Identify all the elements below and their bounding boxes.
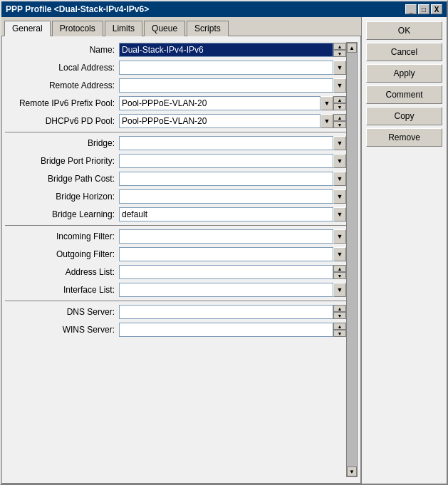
bridge-dropdown[interactable]: ▼ [333,136,346,150]
divider-3 [5,301,346,301]
bridge-path-cost-label: Bridge Path Cost: [5,174,119,184]
divider-1 [5,132,346,132]
wins-server-scroll-btns: ▲ ▼ [333,323,346,337]
scroll-down-button[interactable]: ▼ [347,466,357,476]
bridge-port-priority-input-group: ▼ [119,154,346,168]
ok-button[interactable]: OK [366,21,442,40]
remote-address-label: Remote Address: [5,80,119,90]
remote-address-input[interactable] [119,78,333,93]
outgoing-filter-label: Outgoing Filter: [5,249,119,259]
dhcpv6-scroll-down[interactable]: ▼ [333,121,346,128]
interface-list-input[interactable] [119,283,333,297]
remote-ipv6-input[interactable] [119,96,321,110]
bridge-learning-dropdown[interactable]: ▼ [333,207,346,221]
dhcpv6-scroll-btns: ▲ ▼ [333,114,346,128]
bridge-horizon-dropdown[interactable]: ▼ [333,189,346,204]
dns-server-input-group: ▲ ▼ [119,305,346,319]
remote-ipv6-scroll-down[interactable]: ▼ [333,103,346,110]
local-address-label: Local Address: [5,63,119,73]
bridge-port-priority-input[interactable] [119,154,333,168]
content-area: General Protocols Limits Queue Scripts [1,17,447,484]
dhcpv6-row: DHCPv6 PD Pool: ▼ ▲ ▼ [5,113,346,129]
address-list-row: Address List: ▲ ▼ [5,264,346,280]
tab-queue[interactable]: Queue [144,21,185,36]
tab-limits[interactable]: Limits [105,21,142,36]
dns-server-row: DNS Server: ▲ ▼ [5,304,346,320]
name-input[interactable] [119,43,333,57]
address-list-input[interactable] [119,265,333,279]
right-panel: OK Cancel Apply Comment Copy Remove [361,17,447,484]
comment-button[interactable]: Comment [366,85,442,104]
scroll-up-button[interactable]: ▲ [347,43,357,53]
wins-server-input-group: ▲ ▼ [119,323,346,337]
bridge-port-priority-dropdown[interactable]: ▼ [333,154,346,168]
interface-list-dropdown[interactable]: ▼ [333,283,346,297]
cancel-button[interactable]: Cancel [366,43,442,61]
remote-ipv6-label: Remote IPv6 Prefix Pool: [5,98,119,108]
dhcpv6-input[interactable] [119,114,321,128]
form-scroll-wrapper: Name: ▲ ▼ Local Address: [5,42,358,477]
bridge-learning-input[interactable] [119,207,333,221]
apply-button[interactable]: Apply [366,64,442,83]
address-list-scroll-down[interactable]: ▼ [333,272,346,279]
wins-server-scroll-up[interactable]: ▲ [333,323,346,330]
wins-server-input[interactable] [119,323,333,337]
dns-server-scroll-down[interactable]: ▼ [333,312,346,319]
minimize-button[interactable]: _ [405,4,417,14]
outgoing-filter-input[interactable] [119,247,333,261]
interface-list-label: Interface List: [5,285,119,295]
scroll-track[interactable] [347,53,357,466]
dhcpv6-scroll-up[interactable]: ▲ [333,114,346,121]
name-scroll-down[interactable]: ▼ [333,50,346,57]
remote-address-dropdown[interactable]: ▼ [333,78,346,93]
dhcpv6-input-group: ▼ ▲ ▼ [119,114,346,128]
incoming-filter-row: Incoming Filter: ▼ [5,229,346,244]
address-list-input-group: ▲ ▼ [119,265,346,279]
dns-server-scroll-up[interactable]: ▲ [333,305,346,312]
name-input-group: ▲ ▼ [119,43,346,57]
bridge-path-cost-input[interactable] [119,172,333,186]
main-panel: General Protocols Limits Queue Scripts [1,17,361,484]
form-fields: Name: ▲ ▼ Local Address: [5,42,346,477]
tab-protocols[interactable]: Protocols [52,21,103,36]
outgoing-filter-row: Outgoing Filter: ▼ [5,246,346,262]
maximize-button[interactable]: □ [418,4,429,14]
bridge-horizon-label: Bridge Horizon: [5,192,119,202]
remote-ipv6-scroll-up[interactable]: ▲ [333,96,346,103]
name-scroll-up[interactable]: ▲ [333,43,346,50]
copy-button[interactable]: Copy [366,107,442,125]
wins-server-label: WINS Server: [5,325,119,335]
local-address-row: Local Address: ▼ [5,60,346,75]
name-scroll-btns: ▲ ▼ [333,43,346,57]
window-title: PPP Profile <Dual-Stack-IPv4-IPv6> [6,4,149,14]
bridge-input[interactable] [119,136,333,150]
bridge-horizon-input-group: ▼ [119,189,346,204]
bridge-horizon-input[interactable] [119,189,333,204]
local-address-dropdown[interactable]: ▼ [333,61,346,75]
dns-server-input[interactable] [119,305,333,319]
wins-server-row: WINS Server: ▲ ▼ [5,322,346,338]
bridge-path-cost-dropdown[interactable]: ▼ [333,172,346,186]
tab-general[interactable]: General [4,21,51,36]
bridge-port-priority-row: Bridge Port Priority: ▼ [5,153,346,169]
remote-address-row: Remote Address: ▼ [5,78,346,93]
tab-scripts[interactable]: Scripts [187,21,229,36]
bridge-horizon-row: Bridge Horizon: ▼ [5,189,346,204]
local-address-input[interactable] [119,61,333,75]
name-row: Name: ▲ ▼ [5,42,346,58]
wins-server-scroll-down[interactable]: ▼ [333,330,346,337]
remote-ipv6-dropdown[interactable]: ▼ [321,96,333,110]
bridge-input-group: ▼ [119,136,346,150]
incoming-filter-label: Incoming Filter: [5,231,119,241]
interface-list-input-group: ▼ [119,283,346,297]
close-button[interactable]: X [431,4,442,14]
incoming-filter-input[interactable] [119,229,333,244]
bridge-path-cost-row: Bridge Path Cost: ▼ [5,171,346,187]
outgoing-filter-dropdown[interactable]: ▼ [333,247,346,261]
remove-button[interactable]: Remove [366,128,442,147]
address-list-scroll-up[interactable]: ▲ [333,265,346,272]
title-bar: PPP Profile <Dual-Stack-IPv4-IPv6> _ □ X [1,1,447,17]
incoming-filter-dropdown[interactable]: ▼ [333,229,346,244]
local-address-input-group: ▼ [119,61,346,75]
dhcpv6-dropdown[interactable]: ▼ [321,114,333,128]
